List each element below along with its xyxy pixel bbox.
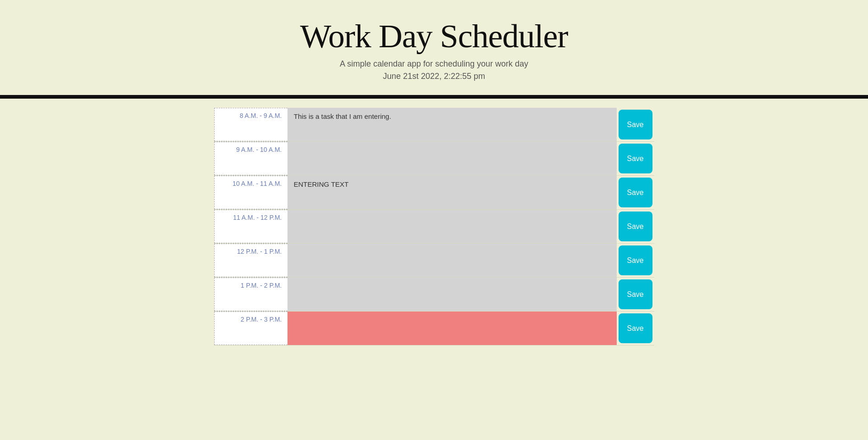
save-button[interactable]: Save bbox=[619, 144, 652, 173]
task-input[interactable] bbox=[287, 244, 617, 277]
schedule-row: 11 A.M. - 12 P.M.Save bbox=[214, 210, 654, 244]
save-button[interactable]: Save bbox=[619, 178, 652, 207]
task-input[interactable] bbox=[287, 108, 617, 141]
current-date: June 21st 2022, 2:22:55 pm bbox=[9, 72, 859, 81]
time-label: 2 P.M. - 3 P.M. bbox=[214, 312, 287, 345]
time-label: 11 A.M. - 12 P.M. bbox=[214, 210, 287, 243]
task-input[interactable] bbox=[287, 312, 617, 345]
save-button[interactable]: Save bbox=[619, 110, 652, 139]
time-label: 10 A.M. - 11 A.M. bbox=[214, 176, 287, 209]
schedule-row: 12 P.M. - 1 P.M.Save bbox=[214, 244, 654, 278]
app-subtitle: A simple calendar app for scheduling you… bbox=[9, 59, 859, 69]
app-header: Work Day Scheduler A simple calendar app… bbox=[0, 0, 868, 95]
task-input[interactable] bbox=[287, 210, 617, 243]
time-label: 8 A.M. - 9 A.M. bbox=[214, 108, 287, 141]
time-label: 12 P.M. - 1 P.M. bbox=[214, 244, 287, 277]
schedule-row: 1 P.M. - 2 P.M.Save bbox=[214, 278, 654, 312]
header-divider bbox=[0, 95, 868, 99]
time-label: 9 A.M. - 10 A.M. bbox=[214, 142, 287, 175]
page-title: Work Day Scheduler bbox=[9, 18, 859, 55]
schedule-row: 9 A.M. - 10 A.M.Save bbox=[214, 142, 654, 176]
save-button[interactable]: Save bbox=[619, 212, 652, 241]
save-button[interactable]: Save bbox=[619, 245, 652, 275]
save-button[interactable]: Save bbox=[619, 279, 652, 309]
schedule-row: 2 P.M. - 3 P.M.Save bbox=[214, 312, 654, 345]
time-label: 1 P.M. - 2 P.M. bbox=[214, 278, 287, 311]
schedule-row: 8 A.M. - 9 A.M.Save bbox=[214, 108, 654, 142]
task-input[interactable] bbox=[287, 142, 617, 175]
scheduler-container: 8 A.M. - 9 A.M.Save9 A.M. - 10 A.M.Save1… bbox=[0, 99, 868, 355]
schedule-row: 10 A.M. - 11 A.M.Save bbox=[214, 176, 654, 210]
save-button[interactable]: Save bbox=[619, 313, 652, 343]
task-input[interactable] bbox=[287, 176, 617, 209]
task-input[interactable] bbox=[287, 278, 617, 311]
